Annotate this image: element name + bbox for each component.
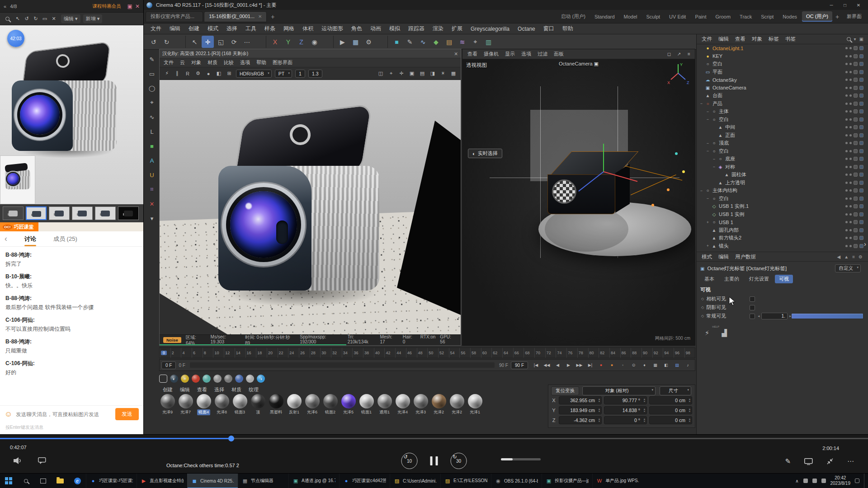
- material-preview-sphere[interactable]: [197, 394, 211, 408]
- scale-field[interactable]: 0 cm▲▼: [649, 396, 692, 404]
- toolbar-icon[interactable]: ✛: [202, 36, 214, 48]
- menu-item[interactable]: 模式: [203, 23, 222, 34]
- expand-toggle-icon[interactable]: −: [711, 164, 717, 169]
- object-name[interactable]: 正面: [724, 132, 735, 139]
- menu-item[interactable]: 动画: [366, 23, 385, 34]
- object-name[interactable]: 底座: [724, 155, 735, 162]
- viewport-menu-item[interactable]: 摄像机: [481, 50, 502, 58]
- annotate-pencil-icon[interactable]: ✎: [785, 457, 791, 465]
- rig-point[interactable]: [667, 188, 670, 191]
- object-name[interactable]: 前方镜头2: [717, 235, 741, 241]
- axis-gizmo[interactable]: Y X Z: [666, 61, 690, 85]
- timeline-tick[interactable]: 60: [481, 348, 492, 358]
- object-toggles[interactable]: [845, 204, 868, 208]
- octane-render-view[interactable]: [160, 80, 461, 334]
- material-menu-item[interactable]: 查看: [193, 386, 211, 394]
- video-thumbnail[interactable]: [26, 206, 47, 220]
- rig-point[interactable]: [675, 152, 678, 155]
- chat-tab[interactable]: 讨论: [24, 232, 37, 246]
- menu-item[interactable]: 创建: [184, 23, 203, 34]
- object-row[interactable]: ◇ USB 1 实例: [697, 211, 868, 219]
- recording-timer-badge[interactable]: 42:03: [7, 30, 24, 47]
- titlebar-icon[interactable]: ▣: [127, 3, 132, 9]
- render-toggle-icon[interactable]: ◑: [257, 375, 265, 383]
- material-menu-item[interactable]: 选择: [211, 386, 228, 394]
- object-toggles[interactable]: [845, 102, 868, 106]
- object-toggles[interactable]: [845, 181, 868, 185]
- object-manager-menu-item[interactable]: 标签: [765, 35, 782, 43]
- material-preview-sphere[interactable]: [432, 394, 446, 408]
- material-preview-sphere[interactable]: [414, 394, 428, 408]
- menu-item[interactable]: 角色: [347, 23, 366, 34]
- layout-tab[interactable]: 启动 (用户): [557, 11, 590, 22]
- timeline-tick[interactable]: 66: [513, 348, 524, 358]
- transport-button[interactable]: ▶: [563, 361, 574, 370]
- layout-tab[interactable]: Track: [736, 12, 756, 21]
- rotation-field[interactable]: 0 °▲▼: [604, 416, 647, 424]
- object-row[interactable]: ▲ 中间: [697, 123, 868, 131]
- render-toggle-icon[interactable]: [246, 375, 254, 383]
- object-toggles[interactable]: [845, 220, 868, 224]
- timeline-tick[interactable]: 12: [224, 348, 235, 358]
- rig-point[interactable]: [651, 204, 654, 206]
- colorspace-select[interactable]: HDR/sRGB: [236, 70, 272, 78]
- viewport-scene[interactable]: 透视视图 OctaneCamera ▣ ◐ 实时选择 网格间距: 500 cm …: [462, 59, 695, 345]
- octane-tool-icon[interactable]: ▦: [449, 69, 458, 78]
- object-row[interactable]: ▲ 圆柱体: [697, 171, 868, 179]
- toolbar-icon[interactable]: ✎: [404, 36, 416, 48]
- render-toggle-icon[interactable]: [213, 375, 222, 383]
- octane-tool-icon[interactable]: ◫: [376, 69, 385, 78]
- object-name[interactable]: KEY: [711, 53, 722, 59]
- attribute-tab[interactable]: 主要的: [720, 275, 743, 283]
- transport-button[interactable]: ♪: [683, 361, 693, 370]
- menu-item[interactable]: 窗口: [539, 23, 558, 34]
- parameter-value[interactable]: 1.: [761, 313, 788, 319]
- scale-field[interactable]: 0 cm▲▼: [649, 406, 692, 414]
- material-swatch[interactable]: 镜面1: [358, 394, 375, 421]
- timeline-tick[interactable]: 28: [310, 348, 321, 358]
- timeline-tick[interactable]: 54: [449, 348, 460, 358]
- menu-item[interactable]: 渲染: [429, 23, 448, 34]
- parameter-checkbox[interactable]: [750, 305, 758, 310]
- video-frame[interactable]: 42:03: [0, 25, 143, 204]
- timeline-tick[interactable]: 74: [556, 348, 566, 358]
- attribute-nav-icon[interactable]: ≡: [852, 254, 855, 259]
- object-row[interactable]: − ◈ 对称: [697, 163, 868, 171]
- parameter-slider[interactable]: [791, 313, 863, 319]
- object-row[interactable]: ▲ 圆孔内部: [697, 226, 868, 235]
- minimize-button[interactable]: ─: [825, 0, 838, 10]
- toolbar-icon[interactable]: ▥: [482, 36, 495, 48]
- timeline-tick[interactable]: 90: [642, 348, 652, 358]
- notification-icon[interactable]: [855, 479, 859, 483]
- attribute-tab[interactable]: 灯光设置: [745, 275, 773, 283]
- taskbar-app-button[interactable]: ◼ Cinema 4D R25.1...: [187, 474, 238, 488]
- kernel-select[interactable]: PT: [275, 70, 292, 78]
- timeline-tick[interactable]: 22: [278, 348, 288, 358]
- layout-tab[interactable]: Script: [757, 12, 778, 21]
- start-button[interactable]: [0, 474, 17, 488]
- material-preview-sphere[interactable]: [287, 394, 302, 408]
- transport-button[interactable]: ▤: [672, 361, 682, 370]
- transport-button[interactable]: ●: [607, 361, 617, 370]
- taskbar-app-button[interactable]: ▨ C:\Users\Admini...: [390, 474, 440, 488]
- object-row[interactable]: − ○ 空白: [697, 116, 868, 124]
- clock[interactable]: 20:42 2023/8/19: [830, 475, 851, 487]
- octane-tool-icon[interactable]: ◨: [428, 69, 437, 78]
- timeline-tick[interactable]: 4: [181, 348, 192, 358]
- side-tool-icon[interactable]: ✎: [146, 53, 158, 65]
- object-row[interactable]: ▲ 前方镜头2: [697, 234, 868, 242]
- toolbar-icon[interactable]: ∿: [417, 36, 429, 48]
- object-row[interactable]: − ○ 主体: [697, 108, 868, 116]
- object-toggles[interactable]: [845, 70, 868, 74]
- timeline-tick[interactable]: 94: [663, 348, 674, 358]
- menu-item[interactable]: 选择: [222, 23, 241, 34]
- timeline-tick[interactable]: 14: [235, 348, 245, 358]
- timeline-tick[interactable]: 84: [609, 348, 620, 358]
- octane-menu-item[interactable]: 帮助: [253, 58, 269, 67]
- timeline-tick[interactable]: 92: [652, 348, 663, 358]
- show-desktop-strip[interactable]: [864, 474, 866, 488]
- expand-toggle-icon[interactable]: −: [698, 101, 704, 106]
- progress-handle[interactable]: [228, 436, 234, 441]
- material-swatch[interactable]: 光泽4: [394, 394, 411, 421]
- material-swatch[interactable]: 光泽2: [430, 394, 447, 421]
